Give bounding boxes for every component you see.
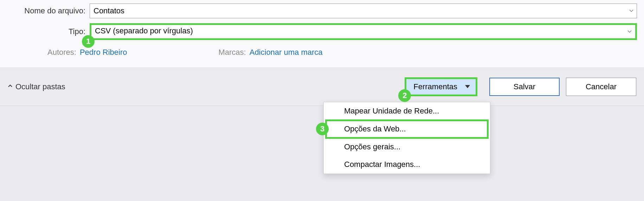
tags-value[interactable]: Adicionar uma marca <box>250 48 323 57</box>
authors-label: Autores: <box>47 48 76 57</box>
filename-row: Nome do arquivo: <box>7 4 637 18</box>
chevron-up-icon <box>8 83 13 90</box>
annotation-badge-2: 2 <box>398 89 411 102</box>
save-button[interactable]: Salvar <box>489 78 560 96</box>
filename-label: Nome do arquivo: <box>7 6 90 15</box>
filename-input[interactable] <box>90 4 637 18</box>
menu-item-map-drive[interactable]: Mapear Unidade de Rede... <box>324 102 490 120</box>
hide-folders-label: Ocultar pastas <box>15 82 65 91</box>
filetype-row: Tipo: CSV (separado por vírgulas) 1 <box>7 23 637 40</box>
menu-item-label: Compactar Imagens... <box>344 160 420 169</box>
menu-item-compress-images[interactable]: Compactar Imagens... <box>324 156 490 174</box>
chevron-down-icon <box>627 27 632 36</box>
menu-item-general-options[interactable]: Opções gerais... <box>324 138 490 156</box>
filetype-label: Tipo: <box>7 27 90 36</box>
caret-down-icon <box>465 85 470 88</box>
tools-button-wrap: Ferramentas 2 <box>406 79 476 95</box>
bottom-bar: Ocultar pastas Ferramentas 2 Salvar Canc… <box>0 67 644 105</box>
menu-item-web-options[interactable]: Opções da Web... 3 <box>324 120 490 138</box>
tools-button[interactable]: Ferramentas <box>406 79 476 95</box>
tools-button-label: Ferramentas <box>413 82 457 91</box>
menu-item-label: Opções gerais... <box>344 142 400 151</box>
authors-value[interactable]: Pedro Ribeiro <box>80 48 127 57</box>
lower-background <box>0 105 644 201</box>
filetype-combo-wrap: CSV (separado por vírgulas) 1 <box>90 23 637 40</box>
hide-folders-toggle[interactable]: Ocultar pastas <box>8 82 65 91</box>
menu-item-label: Mapear Unidade de Rede... <box>344 106 439 115</box>
filename-input-wrap <box>90 4 637 18</box>
tools-dropdown-menu: Mapear Unidade de Rede... Opções da Web.… <box>323 102 490 174</box>
meta-row: Autores: Pedro Ribeiro Marcas: Adicionar… <box>7 48 637 57</box>
annotation-badge-3: 3 <box>316 123 329 135</box>
menu-item-label: Opções da Web... <box>344 124 406 133</box>
filetype-combo[interactable]: CSV (separado por vírgulas) <box>90 23 637 40</box>
cancel-button[interactable]: Cancelar <box>566 78 636 96</box>
tags-label: Marcas: <box>218 48 246 57</box>
save-dialog-top: Nome do arquivo: Tipo: CSV (separado por… <box>0 0 644 67</box>
filetype-value: CSV (separado por vírgulas) <box>95 26 193 35</box>
annotation-badge-1: 1 <box>82 35 95 48</box>
